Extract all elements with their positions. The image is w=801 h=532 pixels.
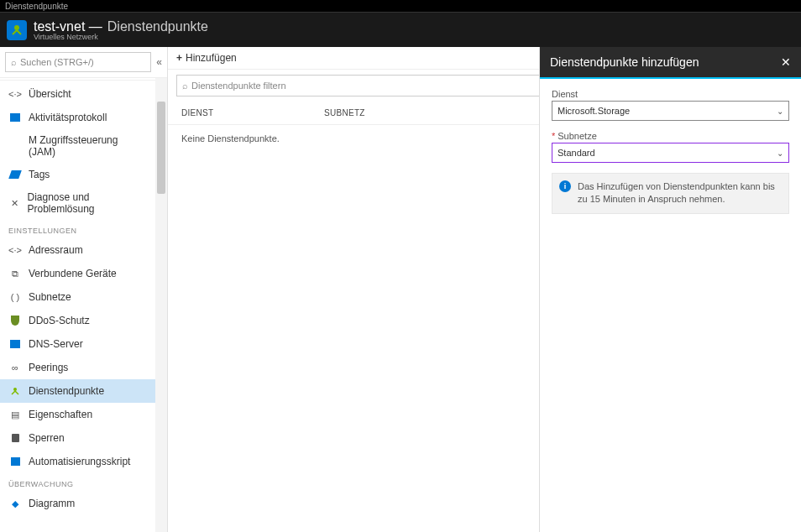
lock-icon [8,431,22,445]
props-icon: ▤ [8,408,22,421]
blade-header: test-vnet — Dienstendpunkte Virtuelles N… [0,12,801,47]
resource-name: test-vnet — [34,19,102,34]
sidebar-item-address-space[interactable]: <·>Adressraum [0,238,155,262]
sidebar-item-connected-devices[interactable]: ⧉Verbundene Geräte [0,262,155,285]
chevron-down-icon: ⌄ [777,149,783,158]
devices-icon: ⧉ [8,267,22,280]
sidebar-item-access-control[interactable]: M Zugriffssteuerung (JAM) [0,129,155,163]
overview-icon: <·> [8,87,22,101]
sidebar-item-properties[interactable]: ▤Eigenschaften [0,403,155,426]
sidebar-item-locks[interactable]: Sperren [0,426,155,450]
sidebar-group-settings: EINSTELLUNGEN [0,220,155,238]
collapse-sidebar-button[interactable]: « [156,56,162,68]
breadcrumb: Dienstendpunkte [0,0,801,12]
peering-icon: ∞ [8,361,22,374]
endpoints-icon [8,384,22,398]
sidebar-item-subnets[interactable]: ( )Subnetze [0,285,155,309]
chevron-down-icon: ⌄ [777,107,783,116]
access-icon [8,139,22,153]
search-icon: ⌕ [182,81,188,91]
sidebar-item-diagnose[interactable]: ✕Diagnose und Problemlösung [0,186,155,220]
subnet-icon: ( ) [8,290,22,304]
col-subnetz: SUBNETZ [324,108,458,117]
sidebar-item-tags[interactable]: Tags [0,163,155,186]
close-panel-button[interactable]: ✕ [781,55,791,69]
search-icon: ⌕ [11,57,17,67]
select-dienst[interactable]: Microsoft.Storage ⌄ [552,101,789,121]
info-message: i Das Hinzufügen von Dienstendpunkten ka… [552,173,789,214]
col-dienst: DIENST [181,108,324,117]
label-dienst: Dienst [552,89,789,99]
script-icon [8,455,22,468]
sidebar-item-service-endpoints[interactable]: Dienstendpunkte [0,379,155,403]
sidebar: ⌕ Suchen (STRG+/) « <·>Übersicht Aktivit… [0,47,168,532]
panel-title: Dienstendpunkte hinzufügen [550,55,699,69]
blade-title: Dienstendpunkte [107,19,208,34]
shield-icon [8,314,22,327]
diagnose-icon: ✕ [8,196,20,210]
sidebar-item-dns[interactable]: DNS-Server [0,332,155,356]
label-subnetze: *Subnetze [552,131,789,141]
sidebar-item-overview[interactable]: <·>Übersicht [0,82,155,106]
sidebar-item-automation-script[interactable]: Automatisierungsskript [0,450,155,473]
log-icon [8,111,22,124]
tag-icon [8,168,22,181]
sidebar-item-activity-log[interactable]: Aktivitätsprotokoll [0,106,155,129]
sidebar-group-monitoring: ÜBERWACHUNG [0,473,155,492]
dns-icon [8,337,22,351]
info-icon: i [559,180,571,192]
select-subnetze[interactable]: Standard ⌄ [552,143,789,163]
vnet-icon [7,20,27,40]
plus-icon: + [176,52,182,64]
add-button[interactable]: + Hinzufügen [176,52,237,64]
addr-icon: <·> [8,243,22,257]
sidebar-item-peerings[interactable]: ∞Peerings [0,356,155,379]
sidebar-scrollbar[interactable] [155,78,167,532]
sidebar-search-input[interactable]: ⌕ Suchen (STRG+/) [5,52,151,72]
sidebar-item-diagram[interactable]: ◆Diagramm [0,492,155,515]
sidebar-item-ddos[interactable]: DDoS-Schutz [0,309,155,332]
diagram-icon: ◆ [8,497,22,510]
add-panel: Dienstendpunkte hinzufügen ✕ Dienst Micr… [539,47,801,532]
